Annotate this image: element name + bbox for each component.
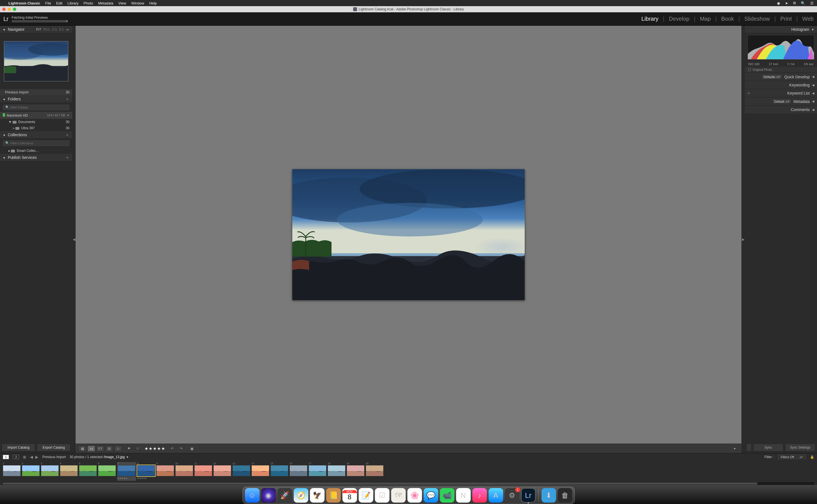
filmstrip-cell[interactable]: 17 — [309, 462, 327, 476]
dock-downloads-icon[interactable]: ⬇ — [541, 488, 556, 503]
filmstrip-cell[interactable]: 12 — [214, 462, 231, 476]
filmstrip-thumb[interactable] — [233, 465, 250, 476]
sync-toggle-button[interactable] — [747, 444, 752, 451]
filmstrip-cell[interactable]: 5 — [79, 462, 97, 476]
menu-window[interactable]: Window — [131, 1, 144, 5]
quick-develop-header[interactable]: Defaults▵▿ Quick Develop◀ — [745, 72, 817, 81]
view-compare-button[interactable]: XY — [96, 446, 104, 452]
sync-settings-button[interactable]: Sync Settings — [785, 444, 815, 451]
flag-reject-icon[interactable]: ⚐ — [134, 446, 142, 452]
nav-back-icon[interactable]: ◀ — [30, 455, 33, 459]
module-develop[interactable]: Develop — [669, 16, 689, 22]
nav-fwd-icon[interactable]: ▶ — [35, 455, 38, 459]
window-minimize-button[interactable] — [8, 8, 11, 11]
module-web[interactable]: Web — [802, 16, 814, 22]
filmstrip-thumb[interactable] — [137, 465, 155, 476]
dock-maps-icon[interactable]: 🗺 — [391, 488, 406, 503]
right-panel-collapse[interactable]: ▶ — [741, 26, 745, 453]
module-book[interactable]: Book — [721, 16, 734, 22]
filmstrip-cell[interactable]: 13 — [233, 462, 250, 476]
comments-header[interactable]: Comments◀ — [745, 105, 817, 114]
filmstrip-cell[interactable]: 3 — [41, 462, 59, 476]
dock-siri-icon[interactable]: ◉ — [261, 488, 276, 503]
filmstrip[interactable]: 1234567★★★★★8★★★★★9101112131415161718192… — [0, 460, 817, 485]
filmstrip-path[interactable]: Previous Import 30 photos / 1 selected /… — [42, 455, 128, 459]
toolbar-menu-chevron-icon[interactable]: ▾ — [731, 446, 739, 452]
left-panel-collapse[interactable]: ◀ — [72, 26, 76, 453]
module-map[interactable]: Map — [700, 16, 711, 22]
menubar-app-name[interactable]: Lightroom Classic — [8, 1, 40, 5]
module-print[interactable]: Print — [780, 16, 792, 22]
filmstrip-thumb[interactable] — [347, 465, 365, 476]
collections-filter-input[interactable]: 🔍Filter Collections — [3, 140, 69, 146]
filmstrip-cell[interactable]: 7★★★★★ — [117, 462, 136, 481]
dock-safari-icon[interactable]: 🧭 — [294, 488, 308, 503]
view-survey-button[interactable]: ⊞ — [105, 446, 113, 452]
filmstrip-scrollbar[interactable] — [3, 482, 814, 485]
folders-add-button[interactable]: +. — [66, 97, 69, 101]
import-catalog-button[interactable]: Import Catalog — [2, 444, 35, 451]
monitor-2-button[interactable]: 2 — [13, 455, 19, 459]
monitor-1-button[interactable]: 1 — [3, 455, 9, 459]
filmstrip-thumb[interactable] — [252, 465, 269, 476]
filmstrip-thumb[interactable] — [41, 465, 59, 476]
keyword-list-add-button[interactable]: + — [748, 91, 750, 95]
dock-settings-icon[interactable]: ⚙1 — [505, 488, 519, 503]
keywording-header[interactable]: Keywording◀ — [745, 81, 817, 89]
menu-file[interactable]: File — [45, 1, 51, 5]
smart-collections-row[interactable]: ▸ Smart Collec… — [0, 148, 72, 154]
catalog-previous-import-row[interactable]: Previous Import 30 — [0, 89, 72, 95]
filmstrip-thumb[interactable] — [290, 465, 308, 476]
filmstrip-cell[interactable]: 4 — [60, 462, 78, 476]
filmstrip-thumb[interactable] — [214, 465, 231, 476]
filmstrip-thumb[interactable] — [271, 465, 288, 476]
dock-calendar-icon[interactable]: NOV 8 — [342, 488, 357, 503]
keyword-list-header[interactable]: + Keyword List◀ — [745, 89, 817, 97]
filmstrip-thumb[interactable] — [22, 465, 40, 476]
navigator-header[interactable]: ▼ Navigator FIT FILL 1:1 3:1 ◂▸ — [0, 26, 72, 33]
folders-filter-input[interactable]: 🔍Filter Folders — [3, 105, 69, 110]
filmstrip-thumb[interactable] — [117, 465, 135, 476]
status-notification-icon[interactable]: ◉ — [777, 1, 780, 5]
histogram-chart[interactable] — [748, 35, 814, 60]
filmstrip-cell[interactable]: 6 — [98, 462, 116, 476]
dock-appstore-icon[interactable]: A — [489, 488, 503, 503]
volume-row[interactable]: Macintosh HD 14.8 / 42.7 GB ▼ — [0, 112, 72, 119]
dock-finder-icon[interactable]: ☺ — [245, 488, 260, 503]
dock-mail-icon[interactable]: 🦅 — [310, 488, 325, 503]
metadata-preset-select[interactable]: Default▵▿ — [773, 99, 791, 104]
filmstrip-cell[interactable]: 9 — [156, 462, 174, 476]
dock-messages-icon[interactable]: 💬 — [424, 488, 438, 503]
filmstrip-thumb[interactable] — [366, 465, 384, 476]
menu-edit[interactable]: Edit — [56, 1, 62, 5]
histogram-header[interactable]: Histogram▼ — [745, 26, 817, 33]
status-controlcenter-icon[interactable]: ☰ — [810, 1, 814, 5]
window-zoom-button[interactable] — [13, 8, 16, 11]
view-loupe-button[interactable]: ▭ — [87, 446, 95, 452]
filmstrip-thumb[interactable] — [79, 465, 97, 476]
checkbox-icon[interactable] — [748, 68, 751, 71]
loupe-image[interactable] — [292, 169, 525, 300]
menu-view[interactable]: View — [118, 1, 126, 5]
grid-toggle-icon[interactable]: ▦ — [23, 455, 26, 459]
filmstrip-cell[interactable]: 10 — [175, 462, 193, 476]
flag-pick-icon[interactable]: ⚑ — [125, 446, 133, 452]
rotate-ccw-icon[interactable]: ↶ — [168, 446, 176, 452]
filmstrip-cell[interactable]: 1 — [3, 462, 21, 476]
module-slideshow[interactable]: Slideshow — [745, 16, 770, 22]
folder-documents-row[interactable]: ▼ Documents 30 — [0, 119, 72, 125]
menu-library[interactable]: Library — [67, 1, 79, 5]
rotate-cw-icon[interactable]: ↷ — [177, 446, 185, 452]
folders-header[interactable]: ▼ Folders +. — [0, 95, 72, 103]
collections-header[interactable]: ▼ Collections +. — [0, 131, 72, 139]
status-bluetooth-icon[interactable]: ➤ — [785, 1, 788, 5]
filmstrip-thumb[interactable] — [309, 465, 327, 476]
filmstrip-cell[interactable]: 8★★★★★ — [137, 462, 155, 480]
filmstrip-cell[interactable]: 16 — [290, 462, 308, 476]
filmstrip-thumb[interactable] — [175, 465, 193, 476]
filmstrip-cell[interactable]: 15 — [271, 462, 288, 476]
collections-add-button[interactable]: +. — [66, 133, 69, 137]
navigator-zoom-options[interactable]: FIT FILL 1:1 3:1 ◂▸ — [35, 28, 69, 31]
navigator-preview[interactable] — [4, 41, 68, 81]
dock-facetime-icon[interactable]: 📹 — [440, 488, 454, 503]
